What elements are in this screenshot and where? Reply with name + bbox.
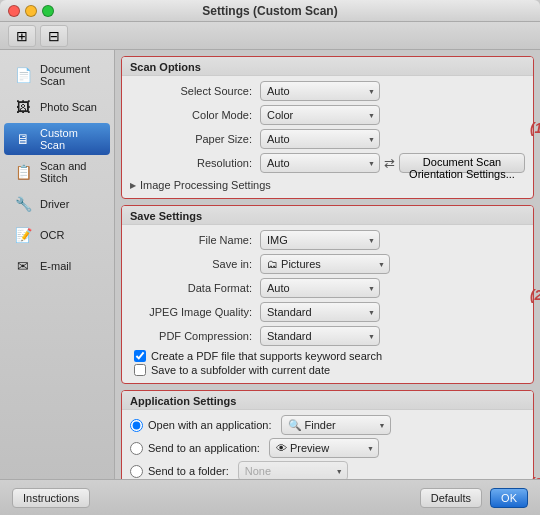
photo-scan-icon: 🖼: [12, 96, 34, 118]
paper-size-dropdown[interactable]: Auto: [260, 129, 380, 149]
save-in-wrapper[interactable]: 🗂 Pictures: [260, 254, 390, 274]
toolbar-icon-1[interactable]: ⊞: [8, 25, 36, 47]
maximize-button[interactable]: [42, 5, 54, 17]
send-app-radio[interactable]: [130, 442, 143, 455]
save-settings-body: File Name: IMG Save in:: [122, 225, 533, 383]
save-in-control: 🗂 Pictures: [260, 254, 525, 274]
scan-options-body: Select Source: Auto Color Mode:: [122, 76, 533, 198]
send-app-wrapper[interactable]: 👁 Preview: [269, 438, 379, 458]
subfolder-checkbox[interactable]: [134, 364, 146, 376]
resolution-control: Auto ⇄ Document Scan Orientation Setting…: [260, 153, 525, 173]
send-app-row: Send to an application: 👁 Preview: [130, 438, 525, 458]
data-format-row: Data Format: Auto: [130, 278, 525, 298]
save-settings-header: Save Settings: [122, 206, 533, 225]
send-folder-wrapper[interactable]: None: [238, 461, 348, 479]
driver-icon: 🔧: [12, 193, 34, 215]
sidebar-item-scan-and-stitch[interactable]: 📋 Scan and Stitch: [4, 156, 110, 188]
pdf-compression-label: PDF Compression:: [130, 330, 260, 342]
bottom-bar: Instructions Defaults OK: [0, 479, 540, 515]
save-settings-title: Save Settings: [130, 210, 202, 222]
paper-size-wrapper[interactable]: Auto: [260, 129, 380, 149]
sidebar-label-ocr: OCR: [40, 229, 64, 241]
defaults-button[interactable]: Defaults: [420, 488, 482, 508]
ocr-icon: 📝: [12, 224, 34, 246]
data-format-label: Data Format:: [130, 282, 260, 294]
bottom-left: Instructions: [12, 488, 90, 508]
pdf-compression-dropdown[interactable]: Standard: [260, 326, 380, 346]
data-format-dropdown[interactable]: Auto: [260, 278, 380, 298]
email-icon: ✉: [12, 255, 34, 277]
sidebar-item-document-scan[interactable]: 📄 Document Scan: [4, 59, 110, 91]
file-name-wrapper[interactable]: IMG: [260, 230, 380, 250]
color-mode-dropdown[interactable]: Color: [260, 105, 380, 125]
select-source-row: Select Source: Auto: [130, 81, 525, 101]
jpeg-quality-control: Standard: [260, 302, 525, 322]
file-name-dropdown[interactable]: IMG: [260, 230, 380, 250]
window-controls: [8, 5, 54, 17]
minimize-button[interactable]: [25, 5, 37, 17]
instructions-button[interactable]: Instructions: [12, 488, 90, 508]
subfolder-checkbox-row: Save to a subfolder with current date: [130, 364, 525, 376]
send-app-dropdown[interactable]: 👁 Preview: [269, 438, 379, 458]
bottom-right: Defaults OK: [420, 488, 528, 508]
select-source-label: Select Source:: [130, 85, 260, 97]
resolution-row: Resolution: Auto ⇄ Document Scan Orienta…: [130, 153, 525, 173]
orientation-settings-button[interactable]: Document Scan Orientation Settings...: [399, 153, 525, 173]
application-settings-title: Application Settings: [130, 395, 236, 407]
open-app-label: Open with an application:: [148, 419, 272, 431]
sidebar-item-driver[interactable]: 🔧 Driver: [4, 189, 110, 219]
color-mode-wrapper[interactable]: Color: [260, 105, 380, 125]
application-settings-body: Open with an application: 🔍 Finder Send …: [122, 410, 533, 479]
pdf-compression-control: Standard: [260, 326, 525, 346]
save-settings-section: Save Settings File Name: IMG: [121, 205, 534, 384]
section-1-number: (1): [530, 120, 540, 136]
data-format-wrapper[interactable]: Auto: [260, 278, 380, 298]
close-button[interactable]: [8, 5, 20, 17]
keyword-search-checkbox[interactable]: [134, 350, 146, 362]
file-name-row: File Name: IMG: [130, 230, 525, 250]
sidebar-item-email[interactable]: ✉ E-mail: [4, 251, 110, 281]
paper-size-control: Auto: [260, 129, 525, 149]
pdf-compression-wrapper[interactable]: Standard: [260, 326, 380, 346]
custom-scan-icon: 🖥: [12, 128, 34, 150]
file-name-control: IMG: [260, 230, 525, 250]
send-folder-dropdown[interactable]: None: [238, 461, 348, 479]
ok-button[interactable]: OK: [490, 488, 528, 508]
toolbar-icon-2[interactable]: ⊟: [40, 25, 68, 47]
pdf-compression-row: PDF Compression: Standard: [130, 326, 525, 346]
resolution-wrapper[interactable]: Auto: [260, 153, 380, 173]
select-source-control: Auto: [260, 81, 525, 101]
image-processing-label: Image Processing Settings: [140, 179, 271, 191]
scan-options-header: Scan Options: [122, 57, 533, 76]
color-mode-control: Color: [260, 105, 525, 125]
scan-options-title: Scan Options: [130, 61, 201, 73]
paper-size-label: Paper Size:: [130, 133, 260, 145]
keyword-search-checkbox-row: Create a PDF file that supports keyword …: [130, 350, 525, 362]
open-app-radio[interactable]: [130, 419, 143, 432]
section-3-number: (3): [530, 475, 540, 479]
document-scan-icon: 📄: [12, 64, 34, 86]
paper-size-row: Paper Size: Auto: [130, 129, 525, 149]
sidebar-item-photo-scan[interactable]: 🖼 Photo Scan: [4, 92, 110, 122]
resolution-label: Resolution:: [130, 157, 260, 169]
open-app-dropdown[interactable]: 🔍 Finder: [281, 415, 391, 435]
jpeg-quality-dropdown[interactable]: Standard: [260, 302, 380, 322]
toolbar: ⊞ ⊟: [0, 22, 540, 50]
save-in-dropdown[interactable]: 🗂 Pictures: [260, 254, 390, 274]
main-layout: 📄 Document Scan 🖼 Photo Scan 🖥 Custom Sc…: [0, 50, 540, 479]
window-title: Settings (Custom Scan): [202, 4, 337, 18]
select-source-dropdown[interactable]: Auto: [260, 81, 380, 101]
scan-options-section: Scan Options Select Source: Auto: [121, 56, 534, 199]
data-format-control: Auto: [260, 278, 525, 298]
sidebar-label-custom-scan: Custom Scan: [40, 127, 102, 151]
select-source-wrapper[interactable]: Auto: [260, 81, 380, 101]
sidebar-label-scan-and-stitch: Scan and Stitch: [40, 160, 102, 184]
sidebar-item-ocr[interactable]: 📝 OCR: [4, 220, 110, 250]
send-folder-radio[interactable]: [130, 465, 143, 478]
open-app-wrapper[interactable]: 🔍 Finder: [281, 415, 391, 435]
jpeg-quality-label: JPEG Image Quality:: [130, 306, 260, 318]
section-2-number: (2): [530, 287, 540, 303]
jpeg-quality-wrapper[interactable]: Standard: [260, 302, 380, 322]
sidebar-item-custom-scan[interactable]: 🖥 Custom Scan: [4, 123, 110, 155]
resolution-dropdown[interactable]: Auto: [260, 153, 380, 173]
